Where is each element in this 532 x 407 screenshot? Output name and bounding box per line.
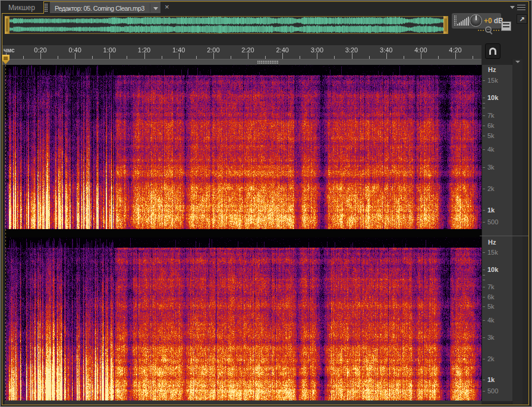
freq-label: 10k — [487, 94, 498, 101]
panel-menu-lines-icon — [517, 5, 525, 10]
freq-tick — [483, 306, 485, 307]
ruler-divider[interactable] — [2, 59, 481, 65]
freq-tick — [483, 103, 485, 104]
time-label: 1:20 — [127, 46, 162, 54]
zoom-dots-left — [478, 30, 484, 31]
tab-dropdown-icon[interactable] — [153, 7, 158, 10]
panel-menu-arrow-icon — [510, 6, 515, 9]
freq-tick — [483, 108, 485, 108]
freq-tick — [483, 210, 485, 211]
focus-outline-tabedge — [43, 1, 44, 14]
freq-label: 6k — [487, 122, 495, 129]
tab-editor[interactable]: Редактор: 05. Coming Clean.mp3 — [50, 2, 160, 13]
frequency-ruler[interactable]: Hz15k10k7k6k5k4k3k2k1k500Hz15k10k7k6k5k4… — [482, 65, 512, 401]
freq-tick — [483, 287, 485, 287]
focus-outline-topleft — [2, 13, 44, 14]
freq-unit-label: Hz — [488, 66, 496, 73]
freq-tick — [483, 222, 485, 223]
time-label: 0:20 — [23, 46, 58, 54]
freq-label: 6k — [487, 293, 495, 300]
freq-label: 1k — [487, 376, 495, 383]
tab-drag-grip-icon[interactable] — [45, 4, 48, 12]
freq-tick — [483, 115, 485, 116]
tab-mixer[interactable]: Микшер — [8, 3, 35, 13]
freq-ruler-divider — [480, 236, 528, 236]
list-lines-icon — [503, 23, 509, 29]
overview-waveform[interactable] — [10, 17, 443, 33]
freq-label: 5k — [487, 132, 495, 139]
freq-label: 4k — [487, 146, 495, 153]
time-label: 0:40 — [57, 46, 93, 54]
vertical-scrollbar[interactable] — [512, 59, 522, 405]
divider-grip-icon[interactable] — [257, 61, 279, 64]
time-label: 1:00 — [92, 46, 127, 54]
freq-label: 4k — [487, 317, 495, 324]
time-label: 4:20 — [437, 46, 473, 54]
overview-left-handle[interactable] — [5, 16, 10, 34]
freq-label: 5k — [487, 303, 495, 310]
focus-outline-bottom — [2, 405, 529, 405]
spectrogram-channel-right[interactable] — [5, 237, 481, 400]
freq-tick — [483, 320, 485, 321]
time-format-label: чмс — [4, 47, 15, 54]
freq-tick — [483, 136, 485, 136]
time-label: 2:20 — [230, 46, 266, 54]
freq-label: 15k — [487, 77, 498, 84]
list-icon-button[interactable] — [501, 21, 511, 31]
time-label: 3:40 — [369, 46, 404, 54]
overview-right-handle[interactable] — [443, 16, 448, 34]
freq-tick — [483, 337, 485, 338]
freq-label: 10k — [487, 266, 498, 273]
focus-outline-left — [2, 13, 2, 405]
panel-menu-button[interactable] — [510, 5, 525, 10]
freq-label: 3k — [487, 164, 495, 171]
freq-tick — [483, 252, 485, 253]
playhead-line — [5, 65, 6, 401]
freq-label: 2k — [487, 185, 495, 192]
freq-tick — [483, 359, 485, 359]
magnet-icon — [489, 48, 496, 55]
freq-label: 7k — [487, 283, 495, 290]
freq-tick — [483, 167, 485, 168]
freq-label: 3k — [487, 334, 495, 341]
freq-tick — [483, 380, 485, 380]
focus-outline-right — [528, 1, 529, 405]
freq-label: 2k — [487, 355, 495, 362]
time-label: 1:40 — [161, 46, 197, 54]
tab-editor-label: Редактор: 05. Coming Clean.mp3 — [55, 3, 144, 14]
freq-unit-label: Hz — [488, 239, 496, 246]
snap-magnet-button[interactable] — [485, 43, 500, 59]
freq-label: 500 — [487, 387, 498, 395]
time-label: 2:40 — [265, 46, 300, 54]
freq-tick — [483, 149, 485, 150]
freq-tick — [483, 98, 485, 98]
time-label: 2:00 — [196, 46, 231, 54]
scrollbar-up-icon[interactable] — [515, 61, 520, 63]
freq-tick — [483, 275, 485, 275]
focus-outline-top — [43, 1, 529, 2]
time-label: 3:20 — [334, 46, 370, 54]
hud-grip-icon[interactable] — [454, 15, 457, 26]
freq-tick — [483, 391, 485, 392]
freq-label: 7k — [487, 112, 495, 119]
freq-tick — [483, 126, 485, 126]
tab-close-icon[interactable]: × — [165, 2, 169, 12]
tab-mixer-label: Микшер — [8, 4, 35, 12]
freq-label: 15k — [487, 249, 498, 256]
freq-tick — [483, 80, 485, 81]
freq-tick — [483, 189, 485, 189]
zoom-dots-right — [493, 30, 500, 31]
freq-label: 500 — [487, 218, 498, 226]
spectrogram-channel-left[interactable] — [5, 65, 481, 229]
gain-value: +0 — [484, 17, 492, 25]
pointer-icon-button[interactable]: ↗ — [517, 14, 527, 24]
freq-tick — [483, 270, 485, 270]
freq-label: 1k — [487, 206, 495, 214]
channel-gap — [5, 229, 481, 237]
volume-bars-icon — [457, 16, 469, 26]
zoom-out-icon[interactable] — [485, 26, 492, 33]
freq-tick — [483, 280, 485, 280]
gain-knob[interactable] — [470, 14, 482, 27]
freq-tick — [483, 297, 485, 298]
time-label: 4:00 — [403, 46, 439, 54]
